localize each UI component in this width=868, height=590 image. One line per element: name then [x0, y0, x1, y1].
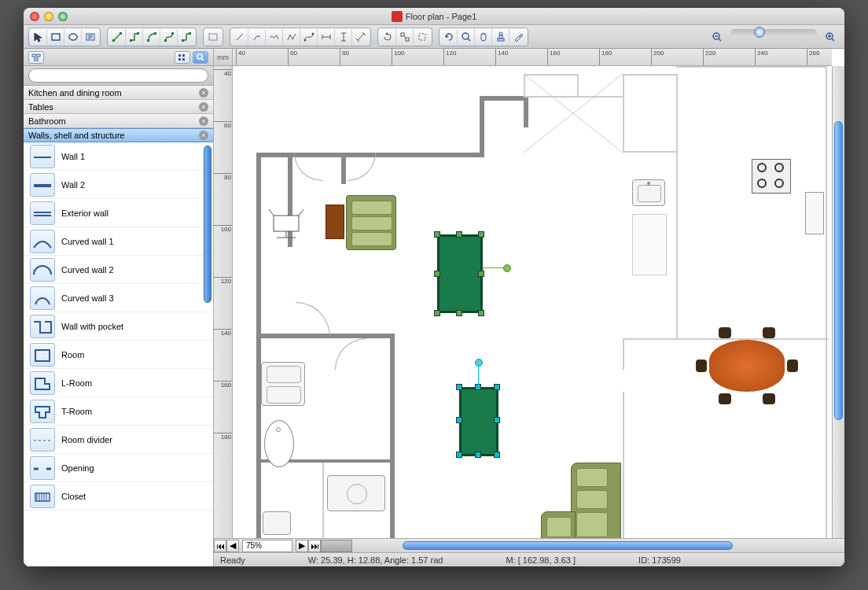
shape-item-l-room[interactable]: L-Room	[24, 369, 213, 397]
wall-segment[interactable]	[480, 96, 527, 101]
resize-handle[interactable]	[434, 310, 440, 316]
vanity-sink-shape[interactable]	[327, 475, 385, 511]
wall-segment[interactable]	[676, 66, 827, 68]
rotate-tool[interactable]	[379, 29, 396, 45]
kitchen-sink-shape[interactable]	[632, 179, 665, 206]
resize-handle[interactable]	[478, 310, 484, 316]
bezier-connector-tool[interactable]	[160, 29, 178, 45]
grid-view-tab[interactable]	[175, 51, 190, 64]
pool-table-selected-green[interactable]	[437, 234, 483, 313]
category-walls-shell-and-structure[interactable]: Walls, shell and structure×	[24, 128, 213, 142]
category-close-icon[interactable]: ×	[199, 116, 208, 126]
door-arc[interactable]	[348, 153, 376, 181]
category-close-icon[interactable]: ×	[199, 131, 208, 140]
wall-segment[interactable]	[826, 66, 827, 538]
search-tab[interactable]	[193, 51, 208, 64]
wall-segment[interactable]	[676, 151, 678, 340]
category-kitchen-and-dining-room[interactable]: Kitchen and dining room×	[24, 86, 213, 100]
resize-handle[interactable]	[434, 231, 440, 238]
resize-handle[interactable]	[494, 417, 500, 423]
door-arc[interactable]	[296, 302, 330, 337]
shape-item-curved-wall-2[interactable]: Curved wall 2	[24, 256, 213, 284]
zoom-level-display[interactable]: 75%	[242, 540, 292, 552]
bathtub-shape[interactable]	[264, 420, 294, 467]
refresh-button[interactable]	[440, 29, 458, 45]
prev-page-button[interactable]: ◀	[226, 540, 239, 552]
bezier-tool[interactable]	[300, 29, 318, 45]
wall-segment[interactable]	[623, 151, 678, 153]
next-page-button[interactable]: ▶	[296, 540, 308, 552]
resize-handle[interactable]	[456, 310, 462, 316]
arc-connector-tool[interactable]	[143, 29, 160, 45]
rectangle-tool[interactable]	[47, 29, 64, 45]
wall-segment[interactable]	[341, 153, 346, 184]
shape-item-curved-wall-3[interactable]: Curved wall 3	[24, 284, 213, 312]
close-window-button[interactable]	[30, 12, 39, 21]
shape-item-closet[interactable]: Closet	[24, 482, 213, 511]
tv-shape[interactable]	[269, 208, 303, 239]
wall-segment[interactable]	[623, 338, 624, 370]
zoom-slider-thumb[interactable]	[754, 27, 765, 38]
zoom-tool[interactable]	[458, 29, 475, 45]
horizontal-scrollbar[interactable]	[355, 540, 829, 551]
stove-shape[interactable]	[752, 159, 791, 194]
arc-tool[interactable]	[248, 29, 266, 45]
wall-segment[interactable]	[623, 74, 624, 98]
pool-table-selected-cyan[interactable]	[459, 387, 498, 456]
ruler-unit[interactable]: mm	[214, 49, 233, 66]
dining-table-shape[interactable]	[700, 330, 794, 401]
eyedropper-tool[interactable]	[509, 29, 527, 45]
vertical-scrollbar[interactable]	[832, 66, 844, 538]
first-page-button[interactable]: ⏮	[214, 540, 226, 552]
direct-connector-tool[interactable]	[108, 29, 126, 45]
wall-segment[interactable]	[623, 74, 678, 76]
counter-shape[interactable]	[805, 192, 824, 234]
page-tabs[interactable]	[321, 540, 352, 552]
door-arc[interactable]	[335, 338, 366, 370]
shape-item-room[interactable]: Room	[24, 341, 213, 369]
category-bathroom[interactable]: Bathroom×	[24, 114, 213, 128]
horizontal-scrollbar-thumb[interactable]	[403, 541, 733, 550]
shape-item-wall-with-pocket[interactable]: Wall with pocket	[24, 312, 213, 341]
crop-tool[interactable]	[414, 29, 431, 45]
wall-segment[interactable]	[390, 334, 395, 538]
outline-tab[interactable]	[28, 51, 44, 64]
last-page-button[interactable]: ⏭	[308, 540, 321, 552]
round-connector-tool[interactable]	[178, 29, 195, 45]
ellipse-tool[interactable]	[64, 29, 82, 45]
pan-tool[interactable]	[475, 29, 492, 45]
wall-segment[interactable]	[623, 96, 624, 153]
double-sink-shape[interactable]	[261, 362, 305, 406]
vertical-ruler[interactable]: 406080100120140160180	[214, 66, 233, 538]
zoom-slider[interactable]	[730, 29, 817, 37]
shape-item-room-divider[interactable]: Room divider	[24, 426, 213, 454]
resize-handle[interactable]	[478, 271, 484, 277]
dimension-h-tool[interactable]	[318, 29, 335, 45]
rotation-handle[interactable]	[475, 359, 483, 367]
shape-item-wall-2[interactable]: Wall 2	[24, 171, 213, 199]
resize-handle[interactable]	[478, 231, 484, 238]
category-close-icon[interactable]: ×	[199, 102, 208, 112]
closet-shape[interactable]	[524, 74, 623, 153]
sofa-shape[interactable]	[346, 195, 396, 250]
zoom-out-button[interactable]	[708, 29, 726, 45]
shape-item-exterior-wall[interactable]: Exterior wall	[24, 199, 213, 227]
wall-segment[interactable]	[623, 392, 624, 538]
library-search-input[interactable]	[28, 68, 208, 83]
resize-handle[interactable]	[456, 384, 462, 390]
category-close-icon[interactable]: ×	[199, 88, 208, 98]
sink-shape[interactable]	[263, 511, 291, 535]
coffee-table-shape[interactable]	[326, 205, 344, 239]
resize-handle[interactable]	[475, 452, 481, 458]
resize-handle[interactable]	[434, 271, 440, 277]
resize-handle[interactable]	[456, 452, 462, 458]
smart-connector-tool[interactable]	[126, 29, 143, 45]
pointer-tool[interactable]	[30, 29, 47, 45]
edit-points-tool[interactable]	[396, 29, 414, 45]
minimize-window-button[interactable]	[44, 12, 53, 21]
dimension-diag-tool[interactable]	[352, 29, 370, 45]
wall-segment[interactable]	[322, 463, 324, 538]
l-sofa-corner[interactable]	[541, 511, 576, 538]
line-tool[interactable]	[231, 29, 248, 45]
zoom-in-button[interactable]	[822, 29, 839, 45]
